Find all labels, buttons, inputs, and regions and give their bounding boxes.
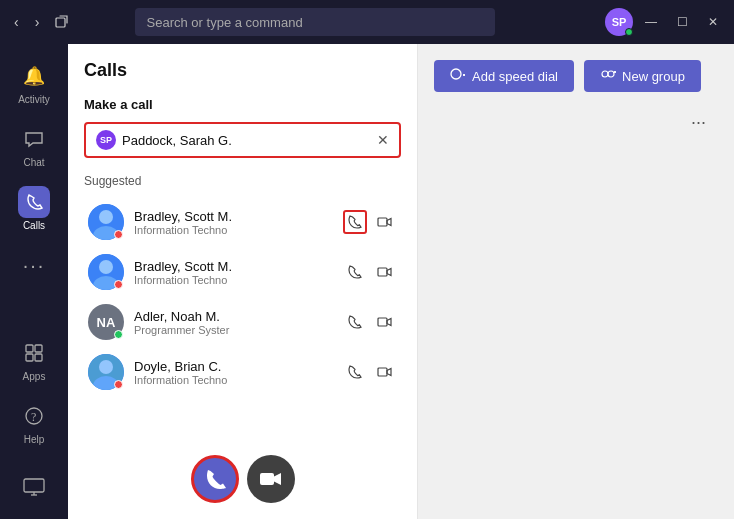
contact-item[interactable]: NA Adler, Noah M. Programmer Syster <box>84 298 401 346</box>
contact-info: Bradley, Scott M. Information Techno <box>134 209 333 236</box>
new-group-button[interactable]: New group <box>584 60 701 92</box>
minimize-button[interactable]: — <box>637 11 665 33</box>
more-options-button[interactable]: ··· <box>683 108 714 137</box>
contact-dept: Programmer Syster <box>134 324 333 336</box>
svg-point-24 <box>451 69 461 79</box>
status-badge <box>114 280 123 289</box>
sidebar-label-activity: Activity <box>18 94 50 105</box>
user-avatar[interactable]: SP <box>605 8 633 36</box>
input-clear-button[interactable]: ✕ <box>377 132 389 148</box>
back-button[interactable]: ‹ <box>8 10 25 34</box>
contact-name: Doyle, Brian C. <box>134 359 333 374</box>
contact-list: Bradley, Scott M. Information Techno <box>84 198 401 443</box>
svg-point-20 <box>99 360 113 374</box>
contact-dept: Information Techno <box>134 374 333 386</box>
add-speed-dial-label: Add speed dial <box>472 69 558 84</box>
more-options: ··· <box>434 104 718 141</box>
sidebar-label-calls: Calls <box>23 220 45 231</box>
contact-avatar <box>88 254 124 290</box>
svg-point-11 <box>99 210 113 224</box>
new-window-button[interactable] <box>49 11 75 33</box>
svg-point-27 <box>602 71 608 77</box>
online-status-badge <box>625 28 633 36</box>
svg-rect-17 <box>378 268 387 276</box>
contact-info: Doyle, Brian C. Information Techno <box>134 359 333 386</box>
chat-icon <box>18 123 50 155</box>
contact-avatar: NA <box>88 304 124 340</box>
contact-actions <box>343 260 397 284</box>
new-group-label: New group <box>622 69 685 84</box>
call-button[interactable] <box>343 310 367 334</box>
svg-rect-0 <box>56 18 65 27</box>
svg-rect-7 <box>24 479 44 492</box>
call-button[interactable] <box>343 260 367 284</box>
video-call-button[interactable] <box>373 360 397 384</box>
status-badge <box>114 330 123 339</box>
help-icon: ? <box>18 400 50 432</box>
close-button[interactable]: ✕ <box>700 11 726 33</box>
calls-panel: Calls Make a call SP Paddock, Sarah G. ✕… <box>68 44 418 519</box>
svg-rect-4 <box>35 354 42 361</box>
dial-buttons <box>84 443 401 503</box>
svg-rect-1 <box>26 345 33 352</box>
sidebar-label-apps: Apps <box>23 371 46 382</box>
sidebar-item-chat[interactable]: Chat <box>6 115 62 176</box>
svg-rect-18 <box>378 318 387 326</box>
status-badge <box>114 380 123 389</box>
sidebar-item-device[interactable] <box>6 463 62 511</box>
contact-name: Bradley, Scott M. <box>134 209 333 224</box>
right-panel: Add speed dial New group ··· <box>418 44 734 519</box>
title-bar-right: SP — ☐ ✕ <box>605 8 726 36</box>
svg-point-28 <box>608 71 614 77</box>
more-icon: ··· <box>18 249 50 281</box>
sidebar-item-apps[interactable]: Apps <box>6 329 62 390</box>
audio-call-dial-button[interactable] <box>191 455 239 503</box>
contact-actions <box>343 210 397 234</box>
contact-info: Bradley, Scott M. Information Techno <box>134 259 333 286</box>
call-button[interactable] <box>343 210 367 234</box>
sidebar-item-more[interactable]: ··· <box>6 241 62 289</box>
contact-item[interactable]: Bradley, Scott M. Information Techno <box>84 248 401 296</box>
svg-rect-3 <box>26 354 33 361</box>
contact-avatar <box>88 204 124 240</box>
video-call-button[interactable] <box>373 210 397 234</box>
contact-name: Adler, Noah M. <box>134 309 333 324</box>
add-speed-dial-button[interactable]: Add speed dial <box>434 60 574 92</box>
sidebar: 🔔 Activity Chat Calls ··· <box>0 44 68 519</box>
video-call-button[interactable] <box>373 260 397 284</box>
contact-info: Adler, Noah M. Programmer Syster <box>134 309 333 336</box>
svg-rect-23 <box>260 473 274 485</box>
video-call-dial-button[interactable] <box>247 455 295 503</box>
input-person-name: Paddock, Sarah G. <box>122 133 371 148</box>
input-person-avatar: SP <box>96 130 116 150</box>
contact-dept: Information Techno <box>134 274 333 286</box>
contact-dept: Information Techno <box>134 224 333 236</box>
sidebar-item-activity[interactable]: 🔔 Activity <box>6 52 62 113</box>
contact-item[interactable]: Doyle, Brian C. Information Techno <box>84 348 401 396</box>
suggested-label: Suggested <box>84 174 401 188</box>
call-button[interactable] <box>343 360 367 384</box>
sidebar-label-chat: Chat <box>23 157 44 168</box>
svg-text:?: ? <box>31 410 36 424</box>
contact-name: Bradley, Scott M. <box>134 259 333 274</box>
device-icon <box>18 471 50 503</box>
window-nav-controls: ‹ › <box>8 10 75 34</box>
activity-icon: 🔔 <box>18 60 50 92</box>
contact-avatar <box>88 354 124 390</box>
video-call-button[interactable] <box>373 310 397 334</box>
svg-rect-22 <box>378 368 387 376</box>
contact-actions <box>343 360 397 384</box>
search-bar[interactable]: Search or type a command <box>135 8 495 36</box>
title-bar: ‹ › Search or type a command SP — ☐ ✕ <box>0 0 734 44</box>
contact-item[interactable]: Bradley, Scott M. Information Techno <box>84 198 401 246</box>
maximize-button[interactable]: ☐ <box>669 11 696 33</box>
apps-icon <box>18 337 50 369</box>
sidebar-item-help[interactable]: ? Help <box>6 392 62 453</box>
call-input-box[interactable]: SP Paddock, Sarah G. ✕ <box>84 122 401 158</box>
contact-actions <box>343 310 397 334</box>
calls-panel-title: Calls <box>84 60 401 81</box>
forward-button[interactable]: › <box>29 10 46 34</box>
calls-icon <box>18 186 50 218</box>
svg-point-15 <box>99 260 113 274</box>
sidebar-item-calls[interactable]: Calls <box>6 178 62 239</box>
